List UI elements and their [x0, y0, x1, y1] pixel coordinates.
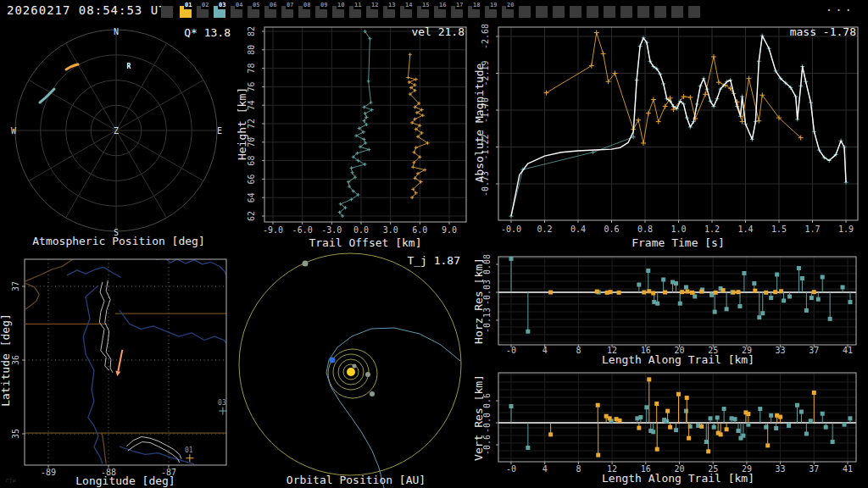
svg-text:0.0: 0.0 — [353, 225, 369, 235]
planet-earth — [330, 358, 336, 363]
timestamp: 20260217 08:54:53 UTC — [7, 3, 175, 17]
station-number-label: 04 — [235, 2, 243, 9]
svg-text:78: 78 — [247, 64, 256, 74]
height-title: vel 21.8 — [411, 25, 465, 38]
station-number-label: 12 — [370, 2, 379, 9]
planet-mercury — [353, 364, 357, 369]
vert-res-ylabel: Vert Res [km] — [475, 374, 485, 461]
station-14[interactable]: 14 — [400, 6, 412, 18]
compass-west-label: W — [11, 126, 17, 136]
svg-text:-0: -0 — [506, 346, 516, 355]
horz-res-plot-area: -04812162025293337410.08-0.03-0.13 — [482, 254, 856, 355]
station-number-label: 02 — [201, 2, 209, 9]
svg-text:4: 4 — [542, 346, 548, 355]
station-11[interactable]: 11 — [349, 6, 361, 18]
station-number-label: 05 — [252, 2, 260, 9]
svg-text:41: 41 — [843, 464, 853, 474]
svg-text:-2.68: -2.68 — [481, 24, 490, 49]
height-xlabel: Trail Offset [km] — [309, 236, 421, 249]
station-unlabeled[interactable] — [553, 6, 565, 18]
station-17[interactable]: 17 — [451, 6, 463, 18]
svg-text:9.0: 9.0 — [442, 225, 457, 235]
station-19[interactable]: 19 — [485, 6, 497, 18]
svg-text:82: 82 — [247, 26, 256, 36]
lightcurve-plot-area: -0.00.20.40.60.81.01.21.41.51.71.9-2.68-… — [481, 24, 858, 234]
station-16[interactable]: 16 — [434, 6, 446, 18]
horz-res-xlabel: Length Along Trail [km] — [602, 353, 754, 366]
height-offset-chart: -9.0-6.0-3.00.03.06.09.06264666870727476… — [237, 21, 475, 250]
station-number-label: 03 — [218, 2, 226, 9]
station-01[interactable]: 01 — [180, 6, 192, 18]
station-02[interactable]: 02 — [197, 6, 209, 18]
overflow-menu[interactable]: ... — [826, 0, 854, 14]
svg-text:8: 8 — [576, 464, 581, 474]
station-number-label: 15 — [421, 2, 430, 9]
station-unlabeled[interactable] — [570, 6, 581, 18]
sky-chart: Q* 13.8 N E W S Z R Atmospheric Position… — [0, 21, 237, 250]
map-station-01: 01 — [185, 446, 193, 463]
svg-text:1.5: 1.5 — [771, 225, 787, 234]
svg-text:0.6: 0.6 — [604, 225, 619, 234]
svg-text:-9.0: -9.0 — [263, 225, 283, 235]
orbit-plot-area — [239, 253, 461, 488]
svg-text:1.0: 1.0 — [670, 225, 686, 234]
svg-text:-89: -89 — [41, 468, 56, 477]
station-18[interactable]: 18 — [468, 6, 480, 18]
panel-lightcurve: -0.00.20.40.60.81.01.21.41.51.71.9-2.68-… — [475, 21, 868, 250]
sky-title: Q* 13.8 — [184, 26, 231, 39]
station-unlabeled[interactable] — [161, 6, 173, 18]
trail-arrowhead-icon — [115, 370, 120, 375]
station-unlabeled[interactable] — [620, 6, 632, 18]
station-number-label: 06 — [269, 2, 277, 9]
map-trail — [118, 350, 122, 371]
station-15[interactable]: 15 — [417, 6, 429, 18]
station-03[interactable]: 03 — [214, 6, 225, 18]
station-unlabeled[interactable] — [519, 6, 531, 18]
svg-text:37: 37 — [809, 464, 819, 474]
station-12[interactable]: 12 — [366, 6, 378, 18]
station-10[interactable]: 10 — [332, 6, 344, 18]
planet-venus — [365, 372, 370, 377]
station-09[interactable]: 09 — [315, 6, 327, 18]
map-xlabel: Longitude [deg] — [75, 474, 175, 487]
svg-text:33: 33 — [776, 346, 786, 355]
svg-text:1.4: 1.4 — [737, 225, 753, 234]
station-04[interactable]: 04 — [231, 6, 242, 18]
height-ylabel: Height [km] — [237, 87, 248, 160]
svg-text:3.0: 3.0 — [383, 225, 398, 235]
station-unlabeled[interactable] — [688, 6, 700, 18]
station-unlabeled[interactable] — [536, 6, 548, 18]
map-features — [25, 253, 227, 465]
svg-text:1.7: 1.7 — [804, 225, 820, 234]
station-unlabeled[interactable] — [671, 6, 683, 18]
station-06[interactable]: 06 — [264, 6, 276, 18]
station-number-label: 09 — [320, 2, 328, 9]
station-unlabeled[interactable] — [604, 6, 615, 18]
station-13[interactable]: 13 — [383, 6, 395, 18]
station-number-label: 07 — [286, 2, 294, 9]
station-05[interactable]: 05 — [248, 6, 259, 18]
station-number-label: 01 — [184, 2, 192, 9]
station-08[interactable]: 08 — [298, 6, 310, 18]
panel-height-offset: -9.0-6.0-3.00.03.06.09.06264666870727476… — [237, 21, 475, 250]
station-unlabeled[interactable] — [637, 6, 649, 18]
sky-caption: Atmospheric Position [deg] — [32, 235, 205, 247]
svg-text:4: 4 — [542, 464, 548, 474]
svg-text:1.2: 1.2 — [704, 225, 720, 234]
height-plot-area: -9.0-6.0-3.00.03.06.09.06264666870727476… — [247, 26, 466, 235]
watermark: rjw — [5, 477, 16, 484]
station-number-label: 11 — [353, 2, 362, 9]
station-number-label: 17 — [455, 2, 464, 9]
planet-mars — [370, 391, 375, 396]
panel-sky: Q* 13.8 N E W S Z R Atmospheric Position… — [0, 21, 237, 250]
station-unlabeled[interactable] — [587, 6, 598, 18]
station-07[interactable]: 07 — [281, 6, 293, 18]
horz-res-chart: -04812162025293337410.08-0.03-0.13 Lengt… — [475, 250, 868, 369]
svg-text:35: 35 — [11, 429, 20, 439]
station-20[interactable]: 20 — [502, 6, 514, 18]
station-unlabeled[interactable] — [654, 6, 666, 18]
svg-text:-3.0: -3.0 — [321, 225, 342, 235]
horz-res-ylabel: Horz Res [km] — [475, 258, 485, 344]
lightcurve-ylabel: Absolute Magnitude — [475, 63, 486, 182]
station-number-label: 08 — [303, 2, 311, 9]
